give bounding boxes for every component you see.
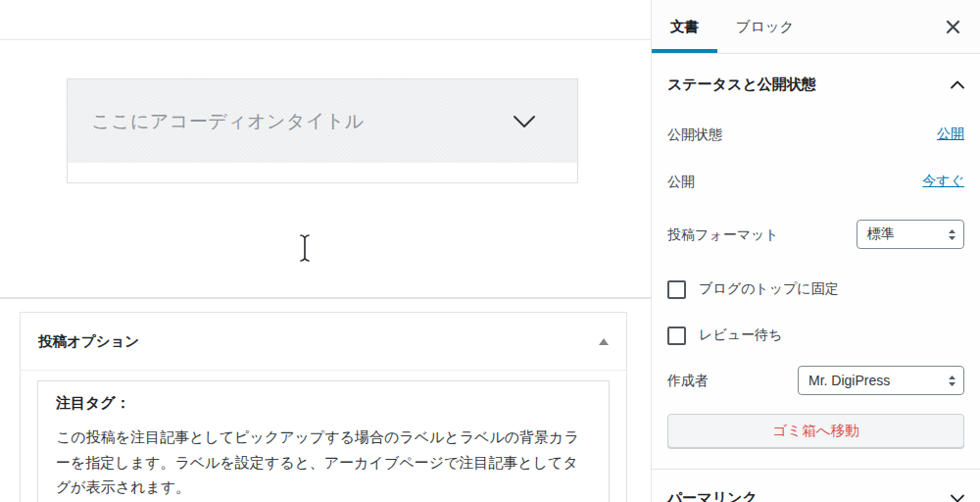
post-format-selected-value: 標準 <box>867 226 948 243</box>
accordion-block[interactable]: ここにアコーディオンタイトル <box>67 78 578 183</box>
stepper-icon <box>948 228 956 241</box>
permalink-panel-title: パーマリンク <box>667 489 758 502</box>
status-visibility-panel: ステータスと公開状態 公開状態 公開 公開 今すぐ 投稿フォーマット <box>652 54 980 470</box>
editor-canvas: ここにアコーディオンタイトル 投稿オプション 注目タグ： この投稿を注目記事とし… <box>0 0 651 502</box>
text-ibeam-cursor <box>297 232 313 268</box>
chevron-up-icon <box>951 80 964 89</box>
post-format-select[interactable]: 標準 <box>857 220 964 249</box>
featured-tag-section: 注目タグ： この投稿を注目記事としてピックアップする場合のラベルとラベルの背景カ… <box>37 380 610 502</box>
status-panel-header[interactable]: ステータスと公開状態 <box>652 54 980 93</box>
close-icon <box>946 20 960 34</box>
status-panel-body: 公開状態 公開 公開 今すぐ 投稿フォーマット 標準 <box>652 125 980 469</box>
tab-block[interactable]: ブロック <box>717 0 812 53</box>
permalink-panel: パーマリンク <box>652 470 980 502</box>
stepper-icon <box>948 375 956 387</box>
accordion-header[interactable]: ここにアコーディオンタイトル <box>68 79 577 163</box>
tab-document[interactable]: 文書 <box>652 0 717 53</box>
pending-review-label: レビュー待ち <box>699 326 782 344</box>
content-divider-top <box>0 39 651 40</box>
chevron-down-icon <box>951 494 964 502</box>
featured-tag-description: この投稿を注目記事としてピックアップする場合のラベルとラベルの背景カラーを指定し… <box>56 425 591 500</box>
settings-sidebar: 文書 ブロック ステータスと公開状態 公開状態 <box>651 0 980 502</box>
publish-date-row: 公開 今すぐ <box>667 172 964 191</box>
status-panel-collapse-button[interactable] <box>951 80 964 89</box>
collapse-triangle-icon[interactable] <box>599 338 609 345</box>
visibility-row: 公開状態 公開 <box>667 125 964 144</box>
metabox-header[interactable]: 投稿オプション <box>21 313 626 371</box>
chevron-down-icon <box>513 115 536 128</box>
accordion-body[interactable] <box>68 163 577 182</box>
author-selected-value: Mr. DigiPress <box>808 373 948 388</box>
stick-to-top-label: ブログのトップに固定 <box>699 280 839 298</box>
publish-date-link[interactable]: 今すぐ <box>922 173 964 190</box>
author-row: 作成者 Mr. DigiPress <box>667 366 964 395</box>
move-to-trash-button[interactable]: ゴミ箱へ移動 <box>667 414 964 448</box>
sidebar-tabs: 文書 ブロック <box>652 0 980 54</box>
stick-to-top-row: ブログのトップに固定 <box>667 280 964 298</box>
visibility-value-link[interactable]: 公開 <box>937 126 964 143</box>
visibility-label: 公開状態 <box>667 125 722 144</box>
post-options-metabox: 投稿オプション 注目タグ： この投稿を注目記事としてピックアップする場合のラベル… <box>20 312 627 502</box>
accordion-title-placeholder[interactable]: ここにアコーディオンタイトル <box>91 109 513 134</box>
publish-label: 公開 <box>667 172 695 191</box>
author-label: 作成者 <box>667 371 709 390</box>
post-format-row: 投稿フォーマット 標準 <box>667 220 964 249</box>
metabox-title: 投稿オプション <box>38 332 139 351</box>
permalink-panel-expand-button[interactable] <box>951 494 964 502</box>
post-format-label: 投稿フォーマット <box>667 225 779 244</box>
status-panel-title: ステータスと公開状態 <box>667 75 816 93</box>
stick-to-top-checkbox[interactable] <box>667 280 686 299</box>
featured-tag-label: 注目タグ： <box>56 394 591 413</box>
content-divider-metabox <box>0 297 651 299</box>
author-select[interactable]: Mr. DigiPress <box>798 366 964 395</box>
pending-review-checkbox[interactable] <box>667 326 686 345</box>
permalink-panel-header[interactable]: パーマリンク <box>652 470 980 502</box>
close-sidebar-button[interactable] <box>935 0 970 54</box>
pending-review-row: レビュー待ち <box>667 326 964 344</box>
